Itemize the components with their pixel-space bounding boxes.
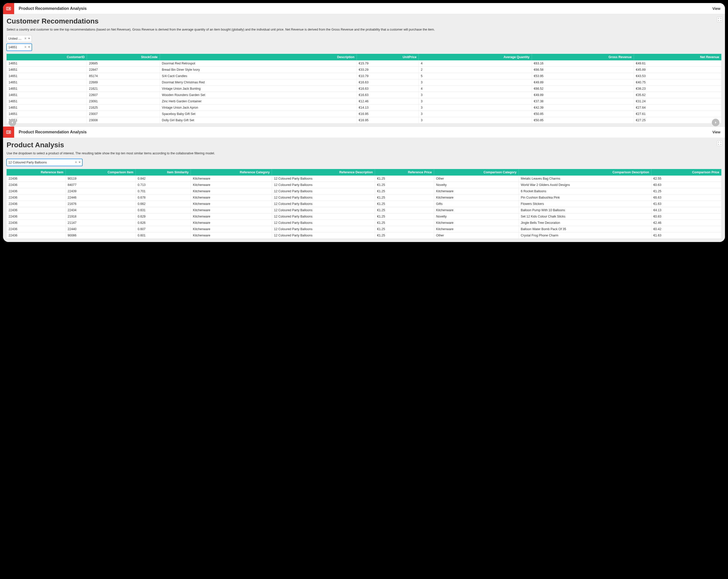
expand-button[interactable]	[717, 17, 723, 22]
product-dropdown[interactable]: 12 Coloured Party Balloons ✕	[6, 159, 82, 166]
table-cell: Kitchenware	[191, 207, 272, 213]
column-header[interactable]: Reference Category	[191, 169, 272, 176]
table-cell: Jingle Bells Tree Decoration	[519, 219, 651, 226]
table-cell: €49.89	[532, 79, 634, 85]
table-cell: 22439	[66, 188, 135, 194]
table-cell: €49.61	[634, 60, 721, 67]
customer-recommendations-panel: Product Recommendation Analysis View Cus…	[3, 3, 725, 127]
table-cell: €45.89	[634, 67, 721, 73]
table-row[interactable]: 22436211470.626Kitchenware12 Coloured Pa…	[6, 219, 722, 226]
table-cell: Vintage Union Jack Apron	[160, 104, 357, 111]
table-cell: €0.83	[651, 213, 721, 219]
table-cell: 0.701	[135, 188, 191, 194]
column-header[interactable]: CustomerID	[6, 54, 87, 60]
table-cell: 22436	[6, 213, 66, 219]
table-row[interactable]: 22436900860.601Kitchenware12 Coloured Pa…	[6, 232, 722, 238]
column-header[interactable]: Reference Description	[272, 169, 375, 176]
column-header[interactable]: Comparison Price	[651, 169, 721, 176]
table-cell: 14651	[6, 92, 87, 98]
view-link[interactable]: View	[712, 6, 721, 10]
table-row[interactable]: 1465123007Spaceboy Baby Gift Set€16.953€…	[6, 111, 722, 117]
column-header[interactable]: Gross Revenue	[532, 54, 634, 60]
product-analysis-panel: Product Recommendation Analysis View Pro…	[3, 127, 725, 242]
table-cell: 14651	[6, 104, 87, 111]
table-cell: €27.25	[634, 117, 721, 123]
table-cell: Kitchenware	[434, 226, 519, 232]
nav-prev-button[interactable]	[8, 119, 16, 126]
column-header[interactable]: StockCode	[87, 54, 160, 60]
table-row[interactable]: 22436224460.678Kitchenware12 Coloured Pa…	[6, 194, 722, 201]
expand-button[interactable]	[717, 140, 723, 146]
column-header[interactable]: Description	[160, 54, 357, 60]
column-header[interactable]: UnitPrice	[357, 54, 418, 60]
customer-dropdown[interactable]: 14651 ✕	[6, 44, 32, 51]
table-row[interactable]: 1465123008Dolly Girl Baby Gift Set€16.95…	[6, 117, 722, 123]
nav-next-button[interactable]	[712, 119, 720, 126]
table-row[interactable]: 22436219180.629Kitchenware12 Coloured Pa…	[6, 213, 722, 219]
tile-title: Product Recommendation Analysis	[19, 6, 712, 11]
table-cell: 0.601	[135, 232, 191, 238]
table-row[interactable]: 22436224390.701Kitchenware12 Coloured Pa…	[6, 188, 722, 194]
table-cell: 6 Rocket Balloons	[519, 188, 651, 194]
column-header[interactable]: Comparison Item	[66, 169, 135, 176]
column-header[interactable]: Comparison Category	[434, 169, 519, 176]
table-cell: €2.55	[651, 176, 721, 182]
table-cell: €38.23	[634, 85, 721, 92]
table-cell: €2.46	[651, 219, 721, 226]
product-dropdown-value: 12 Coloured Party Balloons	[8, 161, 73, 164]
table-cell: €33.29	[357, 67, 418, 73]
table-cell: €1.25	[375, 182, 434, 188]
view-link[interactable]: View	[712, 130, 721, 134]
table-row[interactable]: 1465122689Doormat Merry Christmas Red€16…	[6, 79, 722, 85]
table-cell: 3	[419, 92, 532, 98]
table-row[interactable]: 1465123091Zinc Herb Garden Container€12.…	[6, 98, 722, 104]
table-cell: Zinc Herb Garden Container	[160, 98, 357, 104]
table-row[interactable]: 1465122607Wooden Rounders Garden Set€16.…	[6, 92, 722, 98]
table-cell: 5	[419, 73, 532, 79]
table-row[interactable]: 22436224340.631Kitchenware12 Coloured Pa…	[6, 207, 722, 213]
column-header[interactable]: Average Quantity	[419, 54, 532, 60]
table-cell: 20685	[87, 60, 160, 67]
table-row[interactable]: 1465122847Bread Bin Diner Style Ivory€33…	[6, 67, 722, 73]
table-cell: Kitchenware	[191, 213, 272, 219]
column-header[interactable]: Reference Item	[6, 169, 66, 176]
table-cell: S/4 Cacti Candles	[160, 73, 357, 79]
tile-icon	[3, 127, 14, 138]
table-cell: Dolly Girl Baby Gift Set	[160, 117, 357, 123]
table-cell: 22436	[6, 201, 66, 207]
table-cell: 21676	[66, 201, 135, 207]
table-cell: €63.16	[532, 60, 634, 67]
table-row[interactable]: 22436901190.842Kitchenware12 Coloured Pa…	[6, 176, 722, 182]
chevron-down-icon	[28, 38, 30, 39]
table-cell: 14651	[6, 98, 87, 104]
svg-rect-3	[9, 8, 10, 9]
country-dropdown[interactable]: United King… ✕	[6, 35, 32, 42]
clear-icon[interactable]: ✕	[75, 161, 77, 164]
table-cell: Wooden Rounders Garden Set	[160, 92, 357, 98]
column-header[interactable]: Comparison Description	[519, 169, 651, 176]
table-cell: 90119	[66, 176, 135, 182]
table-cell: 12 Coloured Party Balloons	[272, 232, 375, 238]
table-cell: 14651	[6, 85, 87, 92]
table-cell: 0.629	[135, 213, 191, 219]
table-cell: 12 Coloured Party Balloons	[272, 213, 375, 219]
table-row[interactable]: 1465121621Vintage Union Jack Bunting€16.…	[6, 85, 722, 92]
table-row[interactable]: 22436224400.607Kitchenware12 Coloured Pa…	[6, 226, 722, 232]
tile-header: Product Recommendation Analysis View	[3, 127, 725, 138]
table-row[interactable]: 1465121625Vintage Union Jack Apron€14.13…	[6, 104, 722, 111]
table-cell: €1.25	[375, 232, 434, 238]
clear-icon[interactable]: ✕	[24, 37, 27, 40]
table-cell: Novelty	[434, 213, 519, 219]
column-header[interactable]: Net Revenue	[634, 54, 721, 60]
svg-rect-5	[7, 132, 8, 132]
column-header[interactable]: Item Similarity	[135, 169, 191, 176]
table-cell: Kitchenware	[434, 207, 519, 213]
table-cell: €42.39	[532, 104, 634, 111]
table-row[interactable]: 1465120685Doormat Red Retrospot€15.794€6…	[6, 60, 722, 67]
table-row[interactable]: 22436840770.713Kitchenware12 Coloured Pa…	[6, 182, 722, 188]
table-cell: 22847	[87, 67, 160, 73]
table-row[interactable]: 22436216760.662Kitchenware12 Coloured Pa…	[6, 201, 722, 207]
table-row[interactable]: 1465185174S/4 Cacti Candles€10.795€53.95…	[6, 73, 722, 79]
clear-icon[interactable]: ✕	[24, 46, 27, 49]
column-header[interactable]: Reference Price	[375, 169, 434, 176]
